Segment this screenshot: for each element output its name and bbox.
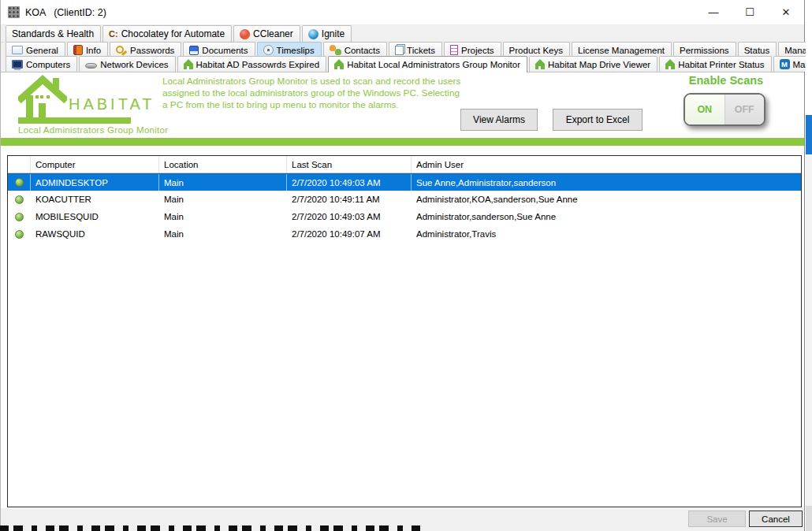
- tab-label: General: [26, 46, 58, 55]
- enable-scans-toggle[interactable]: ON OFF: [683, 93, 765, 126]
- general-icon: [12, 46, 23, 54]
- app-icon: [8, 6, 20, 18]
- habitat-logo-house-icon: [18, 75, 67, 119]
- table-header-row: ComputerLocationLast ScanAdmin User: [8, 156, 801, 173]
- tab-label: Habitat AD Passowrds Expired: [196, 60, 320, 69]
- column-header-admin-user[interactable]: Admin User: [412, 156, 801, 173]
- tab-passwords[interactable]: Passwords: [110, 42, 181, 58]
- tab-habitat-map-drive-viewer[interactable]: Habitat Map Drive Viewer: [529, 56, 657, 72]
- tab-license-management[interactable]: License Management: [572, 42, 672, 58]
- column-header-location[interactable]: Location: [159, 156, 287, 173]
- tab-general[interactable]: General: [6, 42, 65, 58]
- tickets-icon: [395, 46, 404, 55]
- tab-chocolatey-for-automate[interactable]: C:Chocolatey for Automate: [102, 25, 232, 42]
- tab-label: CCleaner: [253, 28, 293, 39]
- tab-ccleaner[interactable]: CCleaner: [233, 25, 300, 42]
- tab-label: License Management: [578, 46, 665, 55]
- tab-computers[interactable]: Computers: [6, 56, 77, 72]
- tab-label: Permissions: [680, 46, 729, 55]
- cell-admin-user: Administrator,Travis: [412, 225, 801, 243]
- module-description: Local Administrators Group Monitor is us…: [162, 76, 462, 111]
- computers-icon: [12, 60, 23, 69]
- table-row[interactable]: ADMINDESKTOPMain2/7/2020 10:49:03 AMSue …: [8, 173, 801, 191]
- cell-location: Main: [159, 174, 287, 191]
- export-to-excel-button[interactable]: Export to Excel: [553, 109, 643, 131]
- passwords-icon: [116, 45, 127, 55]
- cell-location: Main: [159, 191, 287, 208]
- cell-last-scan: 2/7/2020 10:49:03 AM: [287, 174, 412, 191]
- tab-label: Standards & Health: [12, 28, 94, 39]
- chocolatey-icon: C:: [109, 29, 118, 39]
- status-dot-icon: [15, 195, 24, 204]
- ignite-icon: [308, 29, 318, 39]
- tab-habitat-printer-status[interactable]: Habitat Printer Status: [659, 56, 771, 72]
- tab-status[interactable]: Status: [738, 42, 777, 58]
- tab-timeslips[interactable]: Timeslips: [257, 42, 322, 58]
- cell-computer: RAWSQUID: [31, 225, 159, 243]
- cell-computer: ADMINDESKTOP: [31, 174, 159, 191]
- documents-icon: [189, 46, 199, 55]
- background-window-sliver: [806, 0, 812, 531]
- habitat-icon: [535, 64, 545, 69]
- app-window: KOA (ClientID: 2) — ☐ ✕ Standards & Heal…: [0, 0, 805, 531]
- tab-ignite[interactable]: Ignite: [302, 25, 352, 42]
- green-accent-bar: [1, 138, 804, 146]
- cell-admin-user: Administrator,sanderson,Sue Anne: [412, 208, 801, 225]
- tab-label: Habitat Printer Status: [678, 60, 764, 69]
- tab-label: Projects: [461, 46, 494, 55]
- cell-status: [8, 191, 31, 208]
- habitat-icon: [334, 64, 344, 69]
- cell-status: [8, 174, 31, 191]
- module-header: HABITAT Local Administrators Group Monit…: [1, 72, 804, 138]
- table-row[interactable]: RAWSQUIDMain2/7/2020 10:49:07 AMAdminist…: [8, 225, 801, 243]
- cancel-button[interactable]: Cancel: [749, 511, 803, 527]
- cell-location: Main: [159, 208, 287, 225]
- close-button[interactable]: ✕: [768, 0, 804, 24]
- projects-icon: [450, 45, 458, 55]
- tab-row-apps: Standards & HealthC:Chocolatey for Autom…: [1, 25, 804, 43]
- logo-subtitle: Local Administrators Group Monitor: [18, 125, 168, 135]
- tab-tickets[interactable]: Tickets: [389, 42, 442, 58]
- tab-info[interactable]: Info: [67, 42, 108, 58]
- toggle-on-option[interactable]: ON: [685, 95, 724, 124]
- tab-projects[interactable]: Projects: [444, 42, 501, 58]
- tab-habitat-ad-passowrds-expired[interactable]: Habitat AD Passowrds Expired: [177, 56, 327, 72]
- tab-network-devices[interactable]: Network Devices: [79, 56, 175, 72]
- toggle-off-option[interactable]: OFF: [724, 95, 765, 124]
- cell-computer: KOACUTTER: [31, 191, 159, 208]
- status-dot-icon: [15, 213, 24, 221]
- cell-admin-user: Sue Anne,Administrator,sanderson: [412, 174, 801, 191]
- title-bar: KOA (ClientID: 2) — ☐ ✕: [1, 0, 804, 25]
- maximize-button[interactable]: ☐: [732, 0, 768, 24]
- cell-location: Main: [159, 225, 287, 243]
- tab-habitat-local-administrators-group-monitor[interactable]: Habitat Local Administrators Group Monit…: [328, 56, 527, 72]
- contacts-icon: [330, 45, 341, 55]
- cell-last-scan: 2/7/2020 10:49:07 AM: [287, 225, 412, 243]
- minimize-button[interactable]: —: [695, 0, 732, 24]
- tab-product-keys[interactable]: Product Keys: [503, 42, 570, 58]
- tab-label: Contacts: [345, 46, 380, 55]
- save-button[interactable]: Save: [688, 511, 746, 527]
- tab-label: Habitat Local Administrators Group Monit…: [347, 60, 520, 69]
- cell-last-scan: 2/7/2020 10:49:11 AM: [287, 191, 412, 208]
- tab-documents[interactable]: Documents: [183, 42, 255, 58]
- column-header-last-scan[interactable]: Last Scan: [287, 156, 412, 173]
- malwarebytes-icon: M: [780, 59, 790, 69]
- tab-standards-health[interactable]: Standards & Health: [6, 25, 101, 42]
- table-row[interactable]: MOBILESQUIDMain2/7/2020 10:49:03 AMAdmin…: [8, 208, 801, 225]
- tab-label: Ignite: [322, 28, 345, 39]
- tab-label: Chocolatey for Automate: [121, 28, 225, 39]
- tab-label: Computers: [26, 60, 70, 69]
- logo-underline: [18, 117, 131, 124]
- table-row[interactable]: KOACUTTERMain2/7/2020 10:49:11 AMAdminis…: [8, 191, 801, 208]
- column-header-computer[interactable]: Computer: [31, 156, 159, 173]
- view-alarms-button[interactable]: View Alarms: [460, 109, 538, 131]
- column-header-status[interactable]: [8, 156, 31, 173]
- enable-scans-label: Enable Scans: [679, 74, 773, 87]
- cell-status: [8, 208, 31, 225]
- tab-label: Product Keys: [509, 46, 563, 55]
- tab-permissions[interactable]: Permissions: [673, 42, 736, 58]
- cell-status: [8, 225, 31, 243]
- tab-label: Documents: [202, 46, 248, 55]
- tab-contacts[interactable]: Contacts: [323, 42, 387, 58]
